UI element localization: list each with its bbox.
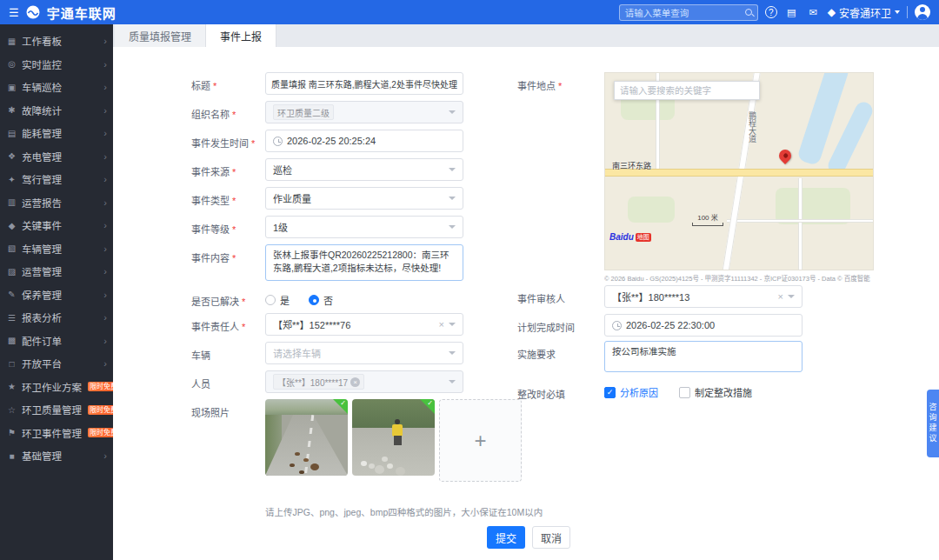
chevron-right-icon: › bbox=[103, 128, 107, 138]
org-label: 组织名称* bbox=[191, 101, 265, 121]
chevron-right-icon: › bbox=[103, 174, 107, 184]
sidebar-item-operation-mgmt[interactable]: ▨运营管理› bbox=[0, 260, 113, 283]
occur-time-picker[interactable]: 2026-02-25 20:25:24 bbox=[265, 130, 463, 152]
chevron-right-icon: › bbox=[103, 290, 107, 300]
shield-icon: ◆ bbox=[828, 6, 836, 18]
chevron-down-icon bbox=[449, 168, 456, 171]
cancel-button[interactable]: 取消 bbox=[532, 526, 570, 549]
level-select[interactable]: 1级 bbox=[265, 216, 463, 238]
message-icon[interactable]: ✉ bbox=[806, 5, 821, 20]
sidebar-item-basic-mgmt[interactable]: ■基础管理› bbox=[0, 444, 113, 468]
responsible-select[interactable]: 【郑**】152****76 × bbox=[265, 313, 463, 336]
clock-icon bbox=[612, 321, 622, 330]
menu-toggle-icon[interactable]: ☰ bbox=[9, 6, 19, 19]
sidebar-item-sanitation-event[interactable]: ⚑环卫事件管理限时免费› bbox=[0, 422, 113, 445]
brand-logo-icon bbox=[26, 5, 40, 19]
platform-icon: □ bbox=[6, 359, 17, 369]
vehicle-select[interactable]: 请选择车辆 bbox=[265, 342, 463, 364]
sidebar-item-parts-order[interactable]: ▩配件订单› bbox=[0, 330, 113, 353]
remove-tag-icon[interactable]: × bbox=[350, 377, 360, 387]
requirement-row: 实施要求 按公司标准实施 bbox=[517, 341, 802, 372]
baidu-logo: Baidu 地图 bbox=[609, 232, 651, 242]
radio-icon bbox=[265, 295, 276, 305]
sidebar-item-vehicle-mgmt[interactable]: ▧车辆管理› bbox=[0, 237, 113, 261]
divider bbox=[907, 6, 908, 18]
limited-free-badge: 限时免费 bbox=[88, 405, 113, 415]
rectify-measures-checkbox[interactable]: ✓制定整改措施 bbox=[679, 385, 752, 399]
sidebar-item-driving[interactable]: ✦驾行管理› bbox=[0, 168, 113, 191]
avatar[interactable] bbox=[915, 4, 930, 20]
clear-icon[interactable]: × bbox=[778, 292, 783, 302]
reviewer-select[interactable]: 【张**】180****13 × bbox=[604, 285, 802, 308]
tabbar: 质量填报管理 事件上报 bbox=[113, 24, 939, 47]
plan-time-picker[interactable]: 2026-02-25 22:30:00 bbox=[604, 314, 802, 337]
radio-checked-icon bbox=[309, 295, 319, 305]
feedback-side-tab[interactable]: 咨询建议 bbox=[927, 390, 939, 457]
resolved-yes-radio[interactable]: 是 bbox=[265, 293, 290, 307]
worker-legs bbox=[394, 436, 402, 445]
chevron-right-icon: › bbox=[103, 36, 107, 46]
requirement-label: 实施要求 bbox=[517, 341, 604, 361]
source-select[interactable]: 巡检 bbox=[265, 158, 463, 181]
location-label: 事件地点* bbox=[517, 72, 604, 92]
chevron-right-icon: › bbox=[103, 336, 107, 346]
check-icon: ✓ bbox=[340, 399, 346, 407]
sidebar-item-report-analysis[interactable]: ☰报表分析› bbox=[0, 306, 113, 330]
content-textarea[interactable]: 张林上报事件QR20260225212800：南三环东路,鹏程大道,2项指标未达… bbox=[265, 244, 463, 281]
chevron-down-icon bbox=[449, 323, 456, 326]
content-row: 事件内容* 张林上报事件QR20260225212800：南三环东路,鹏程大道,… bbox=[191, 244, 463, 281]
plus-icon: + bbox=[474, 429, 486, 453]
sidebar-item-charging[interactable]: ❖充电管理› bbox=[0, 145, 113, 169]
menu-search-input[interactable]: 请输入菜单查询 bbox=[619, 4, 758, 21]
sidebar-item-sanitation-plan[interactable]: ★环卫作业方案限时免费› bbox=[0, 376, 113, 399]
scene-photo-worker[interactable]: ✓ bbox=[352, 399, 435, 476]
sidebar-item-energy[interactable]: ▤能耗管理› bbox=[0, 122, 113, 145]
upload-photo-button[interactable]: + bbox=[439, 399, 522, 482]
resolved-no-radio[interactable]: 否 bbox=[309, 293, 333, 307]
sidebar-item-realtime-monitor[interactable]: ◎实时监控› bbox=[0, 53, 113, 77]
charging-icon: ❖ bbox=[6, 151, 17, 161]
map-road bbox=[727, 219, 873, 223]
help-icon[interactable]: ? bbox=[765, 6, 777, 18]
title-input[interactable] bbox=[265, 72, 463, 95]
chevron-down-icon bbox=[449, 197, 456, 200]
maintenance-icon: ✎ bbox=[6, 290, 17, 299]
sidebar-item-workboard[interactable]: ▦工作看板› bbox=[0, 30, 113, 53]
vehicle-label: 车辆 bbox=[191, 342, 265, 362]
sidebar-item-sanitation-quality[interactable]: ☆环卫质量管理限时免费› bbox=[0, 398, 113, 422]
map-marker-icon[interactable] bbox=[776, 147, 794, 164]
org-select[interactable]: 环卫质量二级 bbox=[265, 101, 463, 123]
person-select[interactable]: 【张**】180****17× bbox=[265, 370, 463, 393]
type-select[interactable]: 作业质量 bbox=[265, 187, 463, 210]
chevron-right-icon: › bbox=[103, 197, 107, 208]
app-window: ☰ 宇通车联网 请输入菜单查询 ? ▤ ✉ ◆ 安睿通环卫 ▦工作看板› ◎实时… bbox=[0, 0, 939, 560]
tab-quality-report[interactable]: 质量填报管理 bbox=[115, 24, 206, 47]
report-icon: ▥ bbox=[6, 197, 17, 207]
sidebar-item-vehicle-inspection[interactable]: ▣车辆巡检› bbox=[0, 76, 113, 99]
document-icon[interactable]: ▤ bbox=[784, 5, 799, 20]
analyze-cause-checkbox[interactable]: ✓分析原因 bbox=[604, 385, 658, 399]
event-upload-form: 标题* 组织名称* 环卫质量二级 事件发生时间* 2026-02-25 20:2… bbox=[113, 47, 939, 560]
sidebar-item-maintenance[interactable]: ✎保养管理› bbox=[0, 283, 113, 307]
map-search-input[interactable] bbox=[614, 81, 760, 100]
org-name: 安睿通环卫 bbox=[839, 5, 891, 20]
workboard-icon: ▦ bbox=[6, 37, 17, 46]
requirement-textarea[interactable]: 按公司标准实施 bbox=[604, 341, 802, 372]
level-row: 事件等级* 1级 bbox=[191, 216, 463, 238]
vehicle-row: 车辆 请选择车辆 bbox=[191, 342, 463, 364]
map[interactable]: 南三环东路 鹏程大道 Baidu 地图 100 米 bbox=[604, 72, 874, 270]
tab-event-upload[interactable]: 事件上报 bbox=[206, 24, 276, 47]
submit-button[interactable]: 提交 bbox=[487, 526, 525, 549]
clear-icon[interactable]: × bbox=[439, 320, 444, 330]
sidebar-item-operation-report[interactable]: ▥运营报告› bbox=[0, 191, 113, 215]
sidebar-item-open-platform[interactable]: □开放平台› bbox=[0, 352, 113, 376]
chevron-right-icon: › bbox=[103, 450, 107, 461]
org-switcher[interactable]: ◆ 安睿通环卫 bbox=[828, 5, 900, 20]
sidebar-item-fault-stats[interactable]: ✱故障统计› bbox=[0, 99, 113, 123]
type-label: 事件类型* bbox=[191, 187, 265, 207]
org-row: 组织名称* 环卫质量二级 bbox=[191, 101, 463, 123]
chevron-right-icon: › bbox=[103, 243, 107, 254]
report-analysis-icon: ☰ bbox=[6, 313, 17, 323]
scene-photo-road[interactable]: ✓ bbox=[265, 399, 348, 476]
sidebar-item-key-events[interactable]: ◆关键事件› bbox=[0, 214, 113, 237]
